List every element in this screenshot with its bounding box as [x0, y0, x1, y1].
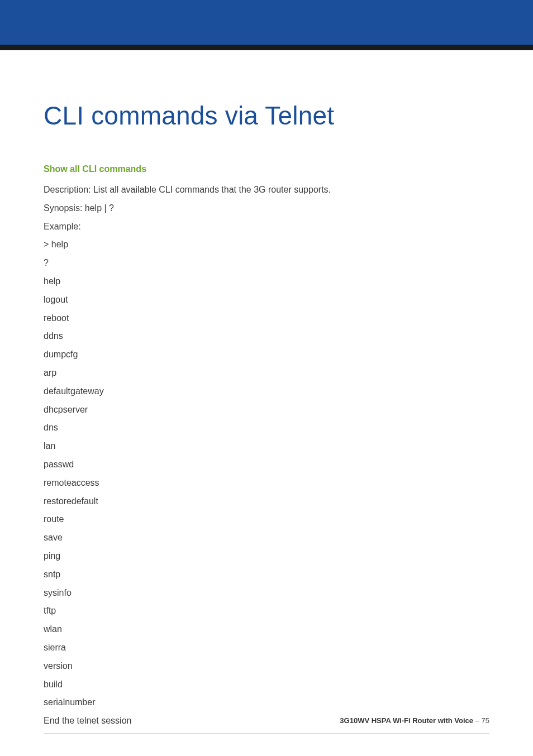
page-title: CLI commands via Telnet: [44, 101, 489, 131]
page-footer: 3G10WV HSPA Wi-Fi Router with Voice – 75: [340, 716, 489, 725]
body-line: version: [44, 657, 489, 676]
body-line: logout: [44, 291, 489, 309]
body-line: tftp: [44, 602, 489, 620]
body-line: dumpcfg: [44, 346, 489, 364]
body-line: sysinfo: [44, 584, 489, 602]
body-line: serialnumber: [44, 693, 489, 712]
body-line: ddns: [44, 327, 489, 346]
body-lines: Description: List all available CLI comm…: [44, 181, 489, 730]
body-line: wlan: [44, 620, 489, 639]
footer-product: 3G10WV HSPA Wi-Fi Router with Voice: [340, 716, 473, 725]
body-line: sntp: [44, 566, 489, 584]
body-line: Description: List all available CLI comm…: [44, 181, 489, 199]
body-line: help: [44, 272, 489, 291]
body-line: reboot: [44, 309, 489, 328]
header-band: [0, 0, 533, 45]
body-line: build: [44, 676, 489, 694]
body-line: passwd: [44, 456, 489, 474]
footer-page-number: 75: [482, 716, 489, 725]
body-line: lan: [44, 437, 489, 456]
body-line: Example:: [44, 218, 489, 236]
sub-band: [0, 45, 533, 50]
body-line: dns: [44, 419, 489, 437]
body-line: Synopsis: help | ?: [44, 199, 489, 218]
body-line: save: [44, 529, 489, 547]
body-line: arp: [44, 364, 489, 382]
body-line: ?: [44, 254, 489, 272]
body-line: route: [44, 510, 489, 529]
section-heading: Show all CLI commands: [44, 164, 489, 174]
body-line: dhcpserver: [44, 401, 489, 419]
body-line: sierra: [44, 639, 489, 657]
section-divider: [44, 734, 489, 734]
footer-separator: –: [473, 716, 481, 725]
page-content: CLI commands via Telnet Show all CLI com…: [0, 50, 533, 734]
body-line: defaultgateway: [44, 382, 489, 401]
body-line: > help: [44, 236, 489, 254]
body-line: restoredefault: [44, 492, 489, 511]
body-line: remoteaccess: [44, 474, 489, 492]
body-line: ping: [44, 547, 489, 566]
